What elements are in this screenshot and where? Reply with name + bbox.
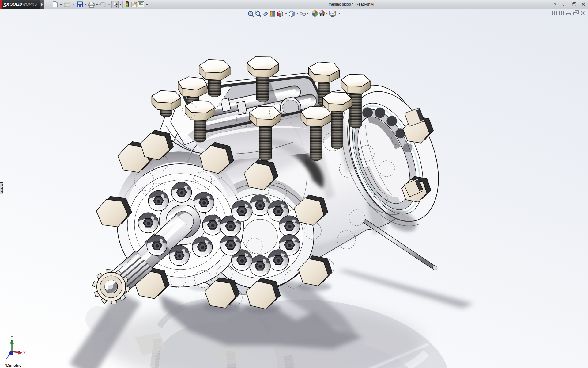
svg-text:*Dimetric: *Dimetric: [5, 363, 21, 368]
svg-text:?: ?: [554, 2, 556, 7]
svg-text:X: X: [23, 351, 26, 355]
svg-text:Y: Y: [11, 335, 13, 339]
svg-text:Z: Z: [6, 356, 8, 360]
